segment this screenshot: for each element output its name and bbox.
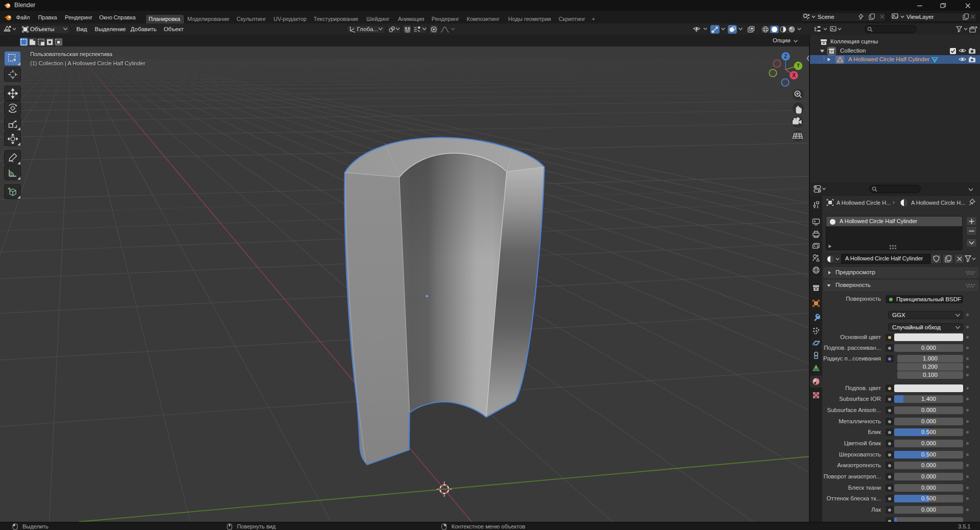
svg-text:Y: Y (797, 63, 800, 68)
svg-text:X: X (792, 73, 796, 78)
svg-text:Z: Z (784, 54, 787, 59)
